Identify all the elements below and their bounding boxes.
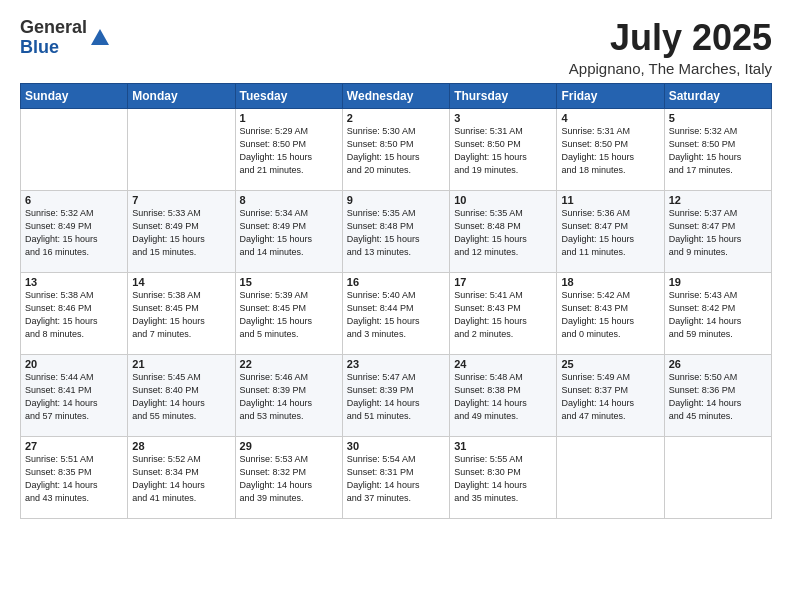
day-number-4: 4 [561,112,659,124]
cell-w3-d1: 14Sunrise: 5:38 AM Sunset: 8:45 PM Dayli… [128,272,235,354]
cell-w4-d2: 22Sunrise: 5:46 AM Sunset: 8:39 PM Dayli… [235,354,342,436]
day-info-2: Sunrise: 5:30 AM Sunset: 8:50 PM Dayligh… [347,125,445,177]
cell-w4-d6: 26Sunrise: 5:50 AM Sunset: 8:36 PM Dayli… [664,354,771,436]
day-info-5: Sunrise: 5:32 AM Sunset: 8:50 PM Dayligh… [669,125,767,177]
cell-w2-d2: 8Sunrise: 5:34 AM Sunset: 8:49 PM Daylig… [235,190,342,272]
day-info-17: Sunrise: 5:41 AM Sunset: 8:43 PM Dayligh… [454,289,552,341]
day-number-8: 8 [240,194,338,206]
cell-w1-d2: 1Sunrise: 5:29 AM Sunset: 8:50 PM Daylig… [235,108,342,190]
day-info-26: Sunrise: 5:50 AM Sunset: 8:36 PM Dayligh… [669,371,767,423]
day-info-18: Sunrise: 5:42 AM Sunset: 8:43 PM Dayligh… [561,289,659,341]
week-row-1: 1Sunrise: 5:29 AM Sunset: 8:50 PM Daylig… [21,108,772,190]
day-info-23: Sunrise: 5:47 AM Sunset: 8:39 PM Dayligh… [347,371,445,423]
calendar-title: July 2025 [569,18,772,58]
cell-w2-d4: 10Sunrise: 5:35 AM Sunset: 8:48 PM Dayli… [450,190,557,272]
cell-w5-d6 [664,436,771,518]
day-number-15: 15 [240,276,338,288]
day-info-22: Sunrise: 5:46 AM Sunset: 8:39 PM Dayligh… [240,371,338,423]
cell-w2-d6: 12Sunrise: 5:37 AM Sunset: 8:47 PM Dayli… [664,190,771,272]
day-number-28: 28 [132,440,230,452]
day-info-4: Sunrise: 5:31 AM Sunset: 8:50 PM Dayligh… [561,125,659,177]
day-number-23: 23 [347,358,445,370]
svg-marker-0 [91,29,109,45]
header-saturday: Saturday [664,83,771,108]
day-info-7: Sunrise: 5:33 AM Sunset: 8:49 PM Dayligh… [132,207,230,259]
day-info-3: Sunrise: 5:31 AM Sunset: 8:50 PM Dayligh… [454,125,552,177]
day-info-16: Sunrise: 5:40 AM Sunset: 8:44 PM Dayligh… [347,289,445,341]
day-info-25: Sunrise: 5:49 AM Sunset: 8:37 PM Dayligh… [561,371,659,423]
logo-icon [89,27,111,49]
cell-w4-d5: 25Sunrise: 5:49 AM Sunset: 8:37 PM Dayli… [557,354,664,436]
day-number-16: 16 [347,276,445,288]
calendar-page: General Blue July 2025 Appignano, The Ma… [0,0,792,612]
day-info-11: Sunrise: 5:36 AM Sunset: 8:47 PM Dayligh… [561,207,659,259]
day-number-21: 21 [132,358,230,370]
day-info-15: Sunrise: 5:39 AM Sunset: 8:45 PM Dayligh… [240,289,338,341]
day-info-12: Sunrise: 5:37 AM Sunset: 8:47 PM Dayligh… [669,207,767,259]
day-number-3: 3 [454,112,552,124]
week-row-4: 20Sunrise: 5:44 AM Sunset: 8:41 PM Dayli… [21,354,772,436]
logo: General Blue [20,18,111,58]
header-thursday: Thursday [450,83,557,108]
day-info-13: Sunrise: 5:38 AM Sunset: 8:46 PM Dayligh… [25,289,123,341]
day-number-1: 1 [240,112,338,124]
cell-w1-d1 [128,108,235,190]
day-number-12: 12 [669,194,767,206]
cell-w2-d3: 9Sunrise: 5:35 AM Sunset: 8:48 PM Daylig… [342,190,449,272]
day-info-14: Sunrise: 5:38 AM Sunset: 8:45 PM Dayligh… [132,289,230,341]
cell-w1-d3: 2Sunrise: 5:30 AM Sunset: 8:50 PM Daylig… [342,108,449,190]
cell-w3-d4: 17Sunrise: 5:41 AM Sunset: 8:43 PM Dayli… [450,272,557,354]
cell-w3-d0: 13Sunrise: 5:38 AM Sunset: 8:46 PM Dayli… [21,272,128,354]
day-number-6: 6 [25,194,123,206]
day-info-31: Sunrise: 5:55 AM Sunset: 8:30 PM Dayligh… [454,453,552,505]
header-row: General Blue July 2025 Appignano, The Ma… [20,18,772,77]
header-monday: Monday [128,83,235,108]
day-info-29: Sunrise: 5:53 AM Sunset: 8:32 PM Dayligh… [240,453,338,505]
header-friday: Friday [557,83,664,108]
cell-w5-d5 [557,436,664,518]
day-number-9: 9 [347,194,445,206]
cell-w5-d2: 29Sunrise: 5:53 AM Sunset: 8:32 PM Dayli… [235,436,342,518]
day-info-8: Sunrise: 5:34 AM Sunset: 8:49 PM Dayligh… [240,207,338,259]
day-info-19: Sunrise: 5:43 AM Sunset: 8:42 PM Dayligh… [669,289,767,341]
day-info-21: Sunrise: 5:45 AM Sunset: 8:40 PM Dayligh… [132,371,230,423]
day-number-13: 13 [25,276,123,288]
day-number-14: 14 [132,276,230,288]
cell-w5-d0: 27Sunrise: 5:51 AM Sunset: 8:35 PM Dayli… [21,436,128,518]
day-number-29: 29 [240,440,338,452]
day-number-11: 11 [561,194,659,206]
header-sunday: Sunday [21,83,128,108]
cell-w1-d4: 3Sunrise: 5:31 AM Sunset: 8:50 PM Daylig… [450,108,557,190]
header-wednesday: Wednesday [342,83,449,108]
day-info-30: Sunrise: 5:54 AM Sunset: 8:31 PM Dayligh… [347,453,445,505]
cell-w1-d5: 4Sunrise: 5:31 AM Sunset: 8:50 PM Daylig… [557,108,664,190]
week-row-5: 27Sunrise: 5:51 AM Sunset: 8:35 PM Dayli… [21,436,772,518]
title-block: July 2025 Appignano, The Marches, Italy [569,18,772,77]
day-number-26: 26 [669,358,767,370]
cell-w4-d3: 23Sunrise: 5:47 AM Sunset: 8:39 PM Dayli… [342,354,449,436]
day-number-10: 10 [454,194,552,206]
cell-w2-d1: 7Sunrise: 5:33 AM Sunset: 8:49 PM Daylig… [128,190,235,272]
day-number-7: 7 [132,194,230,206]
day-number-25: 25 [561,358,659,370]
cell-w1-d0 [21,108,128,190]
day-number-18: 18 [561,276,659,288]
cell-w1-d6: 5Sunrise: 5:32 AM Sunset: 8:50 PM Daylig… [664,108,771,190]
logo-text: General Blue [20,18,87,58]
calendar-table: Sunday Monday Tuesday Wednesday Thursday… [20,83,772,519]
day-info-6: Sunrise: 5:32 AM Sunset: 8:49 PM Dayligh… [25,207,123,259]
day-number-20: 20 [25,358,123,370]
day-info-27: Sunrise: 5:51 AM Sunset: 8:35 PM Dayligh… [25,453,123,505]
cell-w3-d3: 16Sunrise: 5:40 AM Sunset: 8:44 PM Dayli… [342,272,449,354]
day-number-2: 2 [347,112,445,124]
cell-w2-d0: 6Sunrise: 5:32 AM Sunset: 8:49 PM Daylig… [21,190,128,272]
day-number-5: 5 [669,112,767,124]
day-number-30: 30 [347,440,445,452]
day-number-19: 19 [669,276,767,288]
cell-w2-d5: 11Sunrise: 5:36 AM Sunset: 8:47 PM Dayli… [557,190,664,272]
logo-blue: Blue [20,37,59,57]
header-row-days: Sunday Monday Tuesday Wednesday Thursday… [21,83,772,108]
day-info-1: Sunrise: 5:29 AM Sunset: 8:50 PM Dayligh… [240,125,338,177]
cell-w3-d2: 15Sunrise: 5:39 AM Sunset: 8:45 PM Dayli… [235,272,342,354]
day-info-28: Sunrise: 5:52 AM Sunset: 8:34 PM Dayligh… [132,453,230,505]
